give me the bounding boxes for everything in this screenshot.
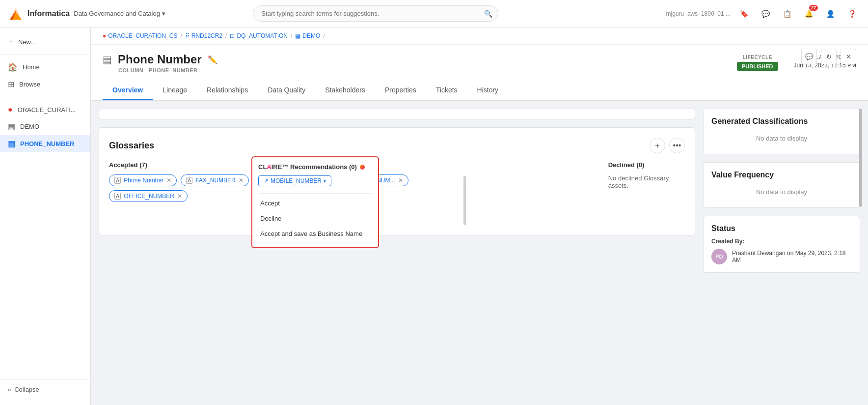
tag-office-close-icon[interactable]: ✕ <box>177 193 182 200</box>
lifecycle-badge: PUBLISHED <box>737 62 778 71</box>
glossaries-actions: ＋ ••• <box>650 138 685 153</box>
oracle-icon: ● <box>8 105 13 114</box>
claire-accept-item[interactable]: Accept <box>258 196 372 211</box>
breadcrumb-demo-label: DEMO <box>302 32 320 39</box>
claire-decline-item[interactable]: Decline <box>258 211 372 226</box>
breadcrumb-rnd[interactable]: ⠿ RND12CR2 <box>185 32 222 39</box>
value-freq-no-data: No data to display <box>711 184 852 200</box>
right-panel: Generated Classifications No data to dis… <box>703 109 860 397</box>
claire-mobile-tag[interactable]: ↗ MOBILE_NUMBER ▾ <box>258 175 331 186</box>
sidebar-item-browse[interactable]: ⊞ Browse <box>0 76 90 93</box>
glossaries-more-button[interactable]: ••• <box>669 138 685 153</box>
app-name-label: Data Governance and Catalog ▾ <box>74 10 165 17</box>
demo-icon: ▦ <box>8 122 15 131</box>
dq-bc-icon: ⊡ <box>230 32 235 39</box>
help-icon-btn[interactable]: ❓ <box>844 6 860 22</box>
page-title-area: ▤ Phone Number ✏️ <box>103 53 217 66</box>
sidebar-demo-label: DEMO <box>20 123 39 130</box>
sidebar-separator-2 <box>0 97 90 97</box>
collapse-label: Collapse <box>14 386 39 393</box>
subtitle-col-label: COLUMN <box>118 67 143 73</box>
declined-no-data: No declined Glossary assets. <box>608 174 685 189</box>
tag-text-icon-2: A <box>186 177 192 184</box>
right-scrollbar[interactable] <box>859 109 862 207</box>
page-subtitle: COLUMN PHONE_NUMBER <box>118 67 217 73</box>
copy-icon-btn[interactable]: 📋 <box>780 6 795 22</box>
rnd-bc-icon: ⠿ <box>185 32 190 39</box>
app-logo-text: Informatica <box>27 9 70 18</box>
breadcrumb-dq[interactable]: ⊡ DQ_AUTOMATION <box>230 32 288 39</box>
main-panel: Glossaries ＋ ••• Accepted (7) A <box>99 109 695 397</box>
content-area: Glossaries ＋ ••• Accepted (7) A <box>91 101 868 405</box>
sidebar-separator <box>0 54 90 55</box>
sidebar-home-label: Home <box>23 63 40 71</box>
tag-fax-close-icon[interactable]: ✕ <box>239 177 244 184</box>
plus-icon: ＋ <box>8 37 14 46</box>
user-avatar: PD <box>711 249 727 264</box>
classifications-no-data: No data to display <box>711 131 852 146</box>
sidebar: ＋ New... 🏠 Home ⊞ Browse ● ORACLE_CURATI… <box>0 28 91 405</box>
collapse-chevron-icon: « <box>8 386 11 393</box>
tab-lineage[interactable]: Lineage <box>153 81 197 100</box>
breadcrumb-demo[interactable]: ▦ DEMO <box>295 32 320 39</box>
message-icon-btn[interactable]: 💬 <box>758 6 774 22</box>
comment-button[interactable]: 💬 <box>801 49 817 64</box>
tab-properties[interactable]: Properties <box>375 81 426 100</box>
tag-office-number[interactable]: A OFFICE_NUMBER ✕ <box>109 190 188 202</box>
breadcrumb-oracle[interactable]: ● ORACLE_CURATION_CS <box>103 32 177 39</box>
close-button[interactable]: ✕ <box>841 49 856 64</box>
classifications-title: Generated Classifications <box>711 117 852 126</box>
sidebar-item-home[interactable]: 🏠 Home <box>0 58 90 76</box>
glossaries-header: Glossaries ＋ ••• <box>109 138 685 153</box>
created-by-user: Prashant Dewangan on May 29, 2023, 2:18 … <box>732 250 852 263</box>
sidebar-item-phone-number[interactable]: ▤ PHONE_NUMBER <box>0 135 90 152</box>
tab-relationships[interactable]: Relationships <box>197 81 258 100</box>
sidebar-item-oracle[interactable]: ● ORACLE_CURATI... <box>0 101 90 118</box>
page-title: Phone Number <box>118 53 202 66</box>
sidebar-item-demo[interactable]: ▦ DEMO <box>0 118 90 135</box>
tag-label: Phone Number <box>124 177 163 184</box>
collapse-button[interactable]: « Collapse <box>8 386 82 393</box>
tag-text-icon: A <box>114 177 121 184</box>
home-icon: 🏠 <box>8 62 18 72</box>
tag-close-icon[interactable]: ✕ <box>166 177 171 184</box>
glossaries-card: Glossaries ＋ ••• Accepted (7) A <box>99 127 695 235</box>
notification-badge: 27 <box>809 5 818 11</box>
tab-stakeholders[interactable]: Stakeholders <box>315 81 375 100</box>
tab-overview[interactable]: Overview <box>103 81 153 100</box>
edit-icon[interactable]: ✏️ <box>208 55 217 64</box>
created-by-area: PD Prashant Dewangan on May 29, 2023, 2:… <box>711 249 852 264</box>
tag-landline-close-icon[interactable]: ✕ <box>398 177 403 184</box>
tag-phone-number[interactable]: A Phone Number ✕ <box>109 174 177 186</box>
refresh-button[interactable]: ↻ <box>821 49 837 64</box>
claire-header: CLAIRE™ Recommendations (0) <box>258 163 372 171</box>
user-icon-btn[interactable]: 👤 <box>823 6 839 22</box>
sidebar-new-button[interactable]: ＋ New... <box>0 33 90 50</box>
main-content: ● ORACLE_CURATION_CS / ⠿ RND12CR2 / ⊡ DQ… <box>91 28 868 405</box>
search-input[interactable] <box>253 5 498 22</box>
search-bar[interactable]: 🔍 <box>253 5 498 22</box>
claire-accept-save-item[interactable]: Accept and save as Business Name <box>258 226 372 241</box>
tab-data-quality[interactable]: Data Quality <box>258 81 315 100</box>
classifications-card: Generated Classifications No data to dis… <box>703 109 860 154</box>
value-freq-title: Value Frequency <box>711 171 852 179</box>
breadcrumb: ● ORACLE_CURATION_CS / ⠿ RND12CR2 / ⊡ DQ… <box>91 28 868 45</box>
lifecycle-label: LIFECYCLE <box>737 55 778 60</box>
bookmark-icon-btn[interactable]: 🔖 <box>736 6 752 22</box>
tabs-bar: Overview Lineage Relationships Data Qual… <box>103 81 856 100</box>
tag-fax-number[interactable]: A FAX_NUMBER ✕ <box>181 174 249 186</box>
tab-tickets[interactable]: Tickets <box>426 81 467 100</box>
claire-tag-label: MOBILE_NUMBER <box>271 177 322 184</box>
subtitle-col-val: PHONE_NUMBER <box>149 67 198 73</box>
glossaries-title: Glossaries <box>109 141 154 151</box>
nav-actions: mjguru_aws_1890_01 ... 🔖 💬 📋 🔔 27 👤 ❓ <box>666 6 860 22</box>
tab-history[interactable]: History <box>467 81 509 100</box>
claire-recommendations-box: CLAIRE™ Recommendations (0) ↗ MOBILE_NUM… <box>251 156 379 248</box>
app-body: ＋ New... 🏠 Home ⊞ Browse ● ORACLE_CURATI… <box>0 28 868 405</box>
declined-column: Declined (0) No declined Glossary assets… <box>608 161 685 225</box>
scroll-divider <box>463 176 466 225</box>
claire-status-dot <box>360 165 365 170</box>
search-icon: 🔍 <box>484 10 492 18</box>
glossaries-add-button[interactable]: ＋ <box>650 138 665 153</box>
notification-icon-btn[interactable]: 🔔 27 <box>801 6 817 22</box>
